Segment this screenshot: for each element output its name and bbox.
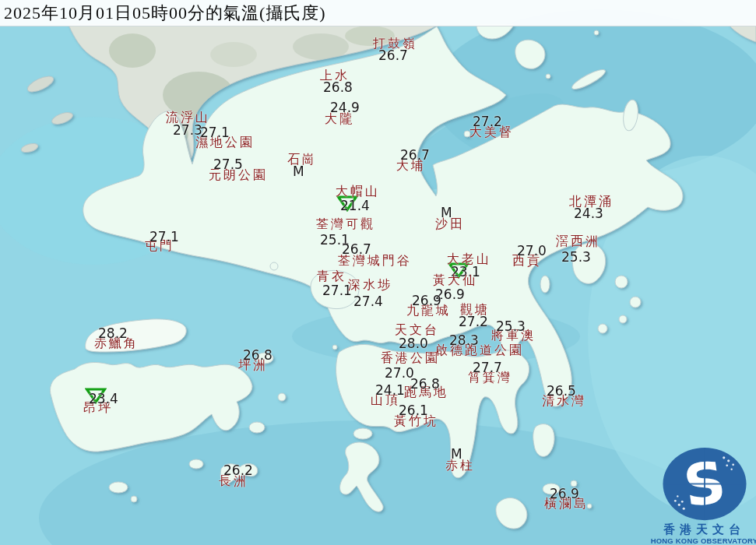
temperature-map-app: 2025年10月01日05時00分的氣溫(攝氏度) 打鼓嶺26.7上水26.8大… — [0, 0, 756, 545]
station-name-label: 香港公園 — [381, 352, 440, 364]
hko-logo: S 香港天文台 HONG KONG OBSERVATORY — [652, 445, 756, 545]
station-value: 27.7 — [473, 361, 502, 374]
station-value: 21.4 — [340, 199, 370, 213]
station-value: 28.0 — [399, 337, 428, 350]
station-value: 27.5 — [213, 158, 243, 171]
station-value: 27.1 — [149, 230, 179, 244]
station-value: 27.2 — [459, 315, 488, 329]
hko-logo-name-zh: 香港天文台 — [663, 523, 745, 536]
station-value: 28.2 — [98, 327, 128, 340]
station-name-label: 滘西洲 — [556, 235, 600, 248]
title-bar: 2025年10月01日05時00分的氣溫(攝氏度) — [0, 0, 756, 26]
station-value: 23.4 — [89, 392, 118, 406]
station-value: 26.8 — [243, 349, 273, 362]
hko-logo-name-en: HONG KONG OBSERVATORY — [651, 536, 756, 545]
station-value: 26.9 — [412, 294, 441, 308]
hko-logo-icon: S — [659, 445, 751, 522]
map-title: 2025年10月01日05時00分的氣溫(攝氏度) — [0, 2, 326, 25]
station-value: M — [441, 206, 452, 220]
station-value: 26.8 — [410, 378, 440, 391]
station-value: 28.3 — [449, 334, 479, 347]
stations-layer: 打鼓嶺26.7上水26.8大隴24.9流浮山27.3濕地公園27.1元朗公園27… — [0, 0, 756, 545]
station-name-label: 大帽山 — [336, 185, 380, 198]
station-value: 24.1 — [375, 384, 405, 397]
station-value: 26.7 — [342, 243, 371, 256]
station-name-label: 天文台 — [395, 324, 439, 336]
station-value: 24.9 — [330, 101, 360, 114]
station-name-label: 青衣 — [317, 270, 346, 283]
station-value: 25.3 — [496, 320, 526, 333]
station-value: 26.8 — [323, 81, 353, 94]
station-name-label: 深水埗 — [348, 279, 392, 291]
station-value: 27.0 — [517, 244, 547, 258]
station-value: 26.2 — [223, 464, 253, 477]
station-value: 26.5 — [547, 385, 576, 398]
station-value: 27.1 — [200, 126, 230, 139]
station-value: M — [293, 165, 304, 178]
station-value: 26.9 — [550, 487, 579, 501]
station-value: 26.1 — [399, 404, 428, 417]
station-value: 25.3 — [561, 251, 591, 264]
station-value: 26.7 — [378, 49, 408, 62]
station-value: 24.3 — [574, 207, 603, 220]
station-value: M — [451, 448, 462, 461]
station-name-label: 荃灣可觀 — [316, 218, 375, 230]
station-value: 27.2 — [473, 115, 502, 128]
station-name-label: 黃大仙 — [433, 274, 477, 287]
station-value: 27.4 — [353, 295, 383, 308]
station-value: 26.7 — [400, 149, 430, 162]
